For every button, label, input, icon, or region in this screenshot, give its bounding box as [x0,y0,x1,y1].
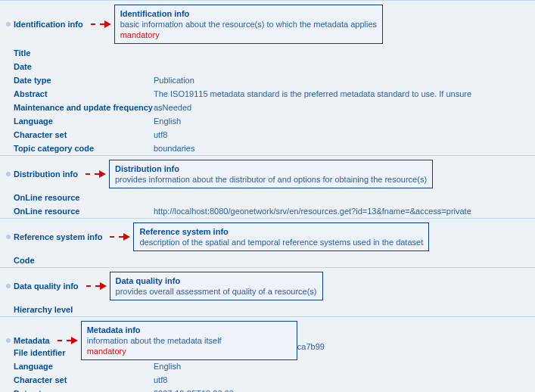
bullet-icon [6,172,11,176]
tooltip-title: Metadata info [87,325,291,335]
field-value: asNeeded [154,103,535,112]
tooltip-title: Reference system info [139,226,423,237]
field-value [154,62,535,71]
field-label: Character set [14,375,154,384]
bullet-icon [6,338,11,343]
section-title: Identification info [14,20,88,29]
field-label: Date [14,62,154,71]
section-reference-system: Reference system info Reference system i… [0,218,535,267]
field-value: utf8 [154,130,535,139]
field-value: English [154,117,535,126]
field-value-file-identifier-partial: 5ca7b99 [290,321,535,351]
tooltip-mandatory: mandatory [120,30,377,40]
field-label: Hierarchy level [14,305,154,314]
field-value: 2007-10-25T18:03:03 [154,389,535,392]
arrow-icon [110,233,130,241]
field-label: Date stamp [14,389,154,392]
tooltip: Data quality info provides overall asses… [110,272,323,300]
field-label: Language [14,117,154,126]
field-label: OnLine resource [14,193,154,202]
field-value: The ISO19115 metadata standard is the pr… [154,89,535,98]
field-value [154,48,535,58]
section-title: Reference system info [14,232,107,241]
tooltip: Identification info basic information ab… [114,5,383,44]
field-label: Code [14,256,154,265]
tooltip-desc: provides information about the distribut… [115,174,427,185]
field-label: Topic category code [14,144,154,153]
section-title: Metadata [14,336,54,345]
field-value: Publication [154,76,535,85]
arrow-icon [86,170,106,178]
field-label: Language [14,362,154,371]
field-label: OnLine resource [14,207,154,216]
tooltip: Metadata info information about the meta… [81,321,297,360]
field-label: Abstract [14,89,154,98]
tooltip-desc: information about the metadata itself [87,335,291,346]
section-title: Distribution info [14,170,82,179]
field-value: English [154,362,535,371]
section-distribution: Distribution info Distribution info prov… [0,155,535,218]
section-metadata: Metadata Metadata info information about… [0,316,535,392]
arrow-icon [58,337,78,344]
tooltip: Reference system info description of the… [133,222,429,251]
section-data-quality: Data quality info Data quality info prov… [0,267,535,316]
field-value: utf8 [154,375,535,384]
field-label: Maintenance and update frequency [14,103,154,112]
bullet-icon [6,235,11,239]
field-value: boundaries [154,144,535,153]
field-value [154,193,535,202]
tooltip-title: Data quality info [116,275,317,286]
tooltip-title: Distribution info [115,163,427,174]
tooltip: Distribution info provides information a… [109,160,433,188]
arrow-icon [86,282,107,290]
arrow-icon [91,20,111,28]
tooltip-mandatory: mandatory [87,346,291,356]
field-label: Title [14,48,154,58]
field-value [154,256,535,265]
bullet-icon [6,22,11,26]
bullet-icon [6,284,11,288]
field-label: Date type [14,76,154,85]
field-label: Character set [14,130,154,139]
field-value: http://localhost:8080/geonetwork/srv/en/… [154,207,535,216]
section-identification: Identification info Identification info … [0,0,535,155]
tooltip-desc: provides overall assessment of quality o… [116,286,317,297]
tooltip-desc: basic information about the resource(s) … [120,19,377,30]
tooltip-desc: description of the spatial and temporal … [139,237,423,247]
section-title: Data quality info [14,282,83,291]
tooltip-title: Identification info [120,8,377,19]
field-value [154,305,535,314]
